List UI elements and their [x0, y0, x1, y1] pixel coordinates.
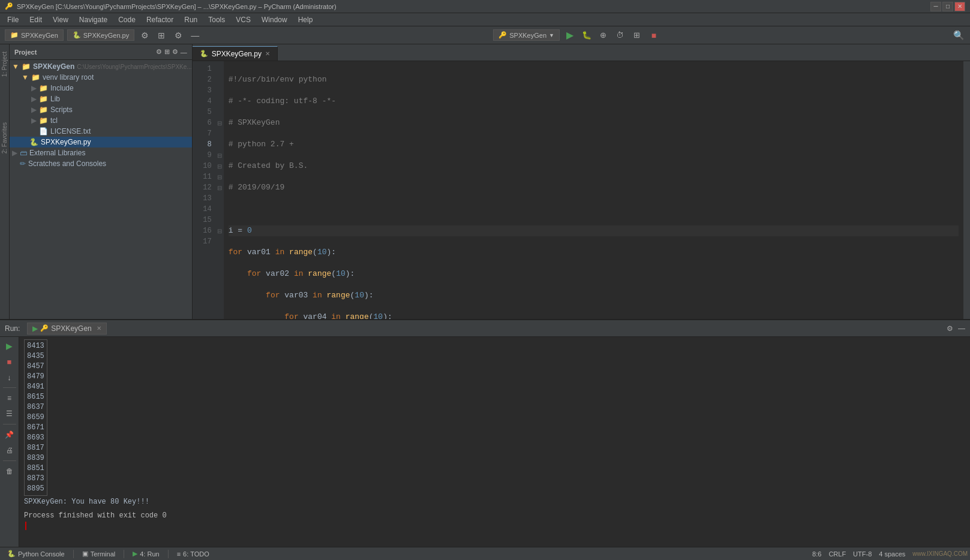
maximize-button[interactable]: □	[942, 2, 953, 11]
debug-button[interactable]: 🐛	[580, 29, 593, 42]
run-icon: ▶	[133, 550, 137, 558]
tree-item-scratches[interactable]: ▶ ✏ Scratches and Consoles	[10, 158, 192, 169]
gear-icon[interactable]: ⚙	[172, 29, 185, 42]
settings-icon[interactable]: ⚙	[947, 324, 953, 333]
tab-close-icon[interactable]: ✕	[265, 50, 270, 57]
menu-tools[interactable]: Tools	[203, 14, 230, 25]
stop-button[interactable]: ■	[647, 29, 660, 42]
code-content[interactable]: #!/usr/bin/env python # -*- coding: utf-…	[224, 61, 963, 319]
clear-button[interactable]: 🗑	[3, 465, 16, 478]
tab-label: SPXKeyGen.py	[212, 50, 262, 58]
title-bar: 🔑 SPXKeyGen [C:\Users\Young\PycharmProje…	[0, 0, 970, 13]
folder-icon: 📁	[31, 73, 40, 82]
menu-navigate[interactable]: Navigate	[74, 14, 112, 25]
tree-item-tcl[interactable]: ▶ 📁 tcl	[10, 115, 192, 126]
project-settings-icon[interactable]: ⚙	[156, 48, 162, 56]
pin-button[interactable]: 📌	[3, 428, 16, 441]
menu-refactor[interactable]: Refactor	[142, 14, 178, 25]
tree-item-include[interactable]: ▶ 📁 Include	[10, 83, 192, 94]
menu-code[interactable]: Code	[113, 14, 140, 25]
code-line-7	[229, 204, 959, 215]
run-stop-button[interactable]: ■	[3, 355, 16, 368]
menu-view[interactable]: View	[48, 14, 73, 25]
tab-spxkeygen-py[interactable]: 🐍 SPXKeyGen.py ✕	[193, 46, 278, 61]
line-num: 16	[193, 225, 212, 236]
tree-item-external-libs[interactable]: ▶ 🗃 External Libraries	[10, 147, 192, 158]
project-strip-label[interactable]: 1: Project	[0, 49, 9, 79]
run-with-coverage-button[interactable]: ⊕	[597, 29, 610, 42]
menu-window[interactable]: Window	[257, 14, 292, 25]
project-expand-icon[interactable]: ⊞	[164, 48, 170, 56]
run-tab-label: SPXKeyGen	[51, 324, 91, 333]
terminal-tab[interactable]: ▣ Terminal	[77, 547, 121, 560]
divider	[3, 387, 16, 388]
watermark-text: www.IXINGAQ.COM	[912, 550, 968, 557]
tree-item-scripts[interactable]: ▶ 📁 Scripts	[10, 104, 192, 115]
gutter-line	[215, 85, 224, 96]
todo-tab[interactable]: ≡ 6: TODO	[172, 547, 214, 560]
run-play-button[interactable]: ▶	[3, 339, 16, 353]
concurrency-button[interactable]: ⊞	[630, 29, 644, 42]
tree-item-spxkeygen-root[interactable]: ▼ 📁 SPXKeyGen C:\Users\Young\PycharmProj…	[10, 61, 192, 72]
menu-run[interactable]: Run	[179, 14, 202, 25]
output-content[interactable]: 8413 8435 8457 8479 8491 8615 8637 8659 …	[19, 337, 970, 547]
run-button[interactable]: ▶	[563, 29, 576, 42]
code-line-4: # python 2.7 +	[229, 139, 959, 150]
code-line-9: for var01 in range(10):	[229, 247, 959, 258]
run-tab-close-icon[interactable]: ✕	[97, 325, 101, 332]
editor-scrollbar[interactable]	[963, 61, 970, 319]
tree-item-lib[interactable]: ▶ 📁 Lib	[10, 94, 192, 104]
fold-marker-12[interactable]: ⊟	[215, 182, 224, 193]
line-ending[interactable]: CRLF	[828, 550, 846, 558]
favorites-strip-label[interactable]: 2: Favorites	[0, 120, 9, 156]
menu-vcs[interactable]: VCS	[231, 14, 256, 25]
menu-help[interactable]: Help	[293, 14, 318, 25]
chevron-right-icon: ▶	[12, 149, 17, 157]
output-line: 8873	[27, 474, 44, 484]
print-button[interactable]: 🖨	[3, 444, 16, 457]
chevron-down-icon: ▼	[12, 62, 19, 71]
minimize-panel-icon[interactable]: —	[958, 324, 965, 333]
project-gear-icon[interactable]: ⚙	[172, 48, 178, 56]
cursor-position[interactable]: 8:6	[812, 550, 821, 558]
python-console-tab[interactable]: 🐍 Python Console	[2, 547, 70, 560]
run-config-badge[interactable]: 🔑 SPXKeyGen ▼	[493, 29, 560, 41]
fold-marker-10[interactable]: ⊟	[215, 161, 224, 171]
tree-item-venv[interactable]: ▼ 📁 venv library root	[10, 72, 192, 83]
fold-marker-16[interactable]: ⊟	[215, 225, 224, 236]
line-num: 1	[193, 64, 212, 74]
file-badge[interactable]: 🐍 SPXKeyGen.py	[67, 29, 134, 41]
search-everywhere-button[interactable]: 🔍	[952, 29, 965, 42]
indent-info[interactable]: 4 spaces	[879, 550, 905, 558]
minimize-icon[interactable]: —	[188, 29, 202, 42]
scroll-down-button[interactable]: ↓	[3, 371, 16, 384]
line-num: 14	[193, 204, 212, 215]
list-button[interactable]: ☰	[3, 407, 16, 420]
fold-marker-11[interactable]: ⊟	[215, 171, 224, 182]
settings-icon[interactable]: ⚙	[138, 29, 151, 42]
output-line: 8895	[27, 484, 44, 494]
menu-file[interactable]: File	[2, 14, 23, 25]
expand-icon[interactable]: ⊞	[155, 29, 168, 42]
line-num: 11	[193, 171, 212, 182]
folder-icon: 📁	[22, 62, 31, 71]
tree-item-spxkeygen-py[interactable]: ▶ 🐍 SPXKeyGen.py	[10, 137, 192, 147]
fold-marker-6[interactable]: ⊟	[215, 118, 224, 128]
file-label: SPXKeyGen.py	[83, 32, 129, 39]
soft-wrap-button[interactable]: ≡	[3, 392, 16, 405]
encoding[interactable]: UTF-8	[853, 550, 872, 558]
close-button[interactable]: ✕	[954, 2, 965, 11]
fold-marker-9[interactable]: ⊟	[215, 150, 224, 161]
tree-item-license[interactable]: ▶ 📄 LICENSE.txt	[10, 126, 192, 137]
profile-button[interactable]: ⏱	[614, 29, 627, 42]
run-tab[interactable]: ▶ 4: Run	[128, 547, 164, 560]
project-minimize-icon[interactable]: —	[181, 49, 187, 56]
file-icon: 📄	[39, 127, 48, 136]
minimize-button[interactable]: ─	[930, 2, 941, 11]
menu-edit[interactable]: Edit	[25, 14, 47, 25]
chevron-down-icon: ▼	[549, 32, 554, 38]
project-badge[interactable]: 📁 SPXKeyGen	[5, 29, 64, 41]
code-line-5: # Created by B.S.	[229, 161, 959, 171]
run-tab-spxkeygen[interactable]: ▶ 🔑 SPXKeyGen ✕	[27, 323, 106, 335]
scratch-icon: ✏	[20, 159, 26, 168]
